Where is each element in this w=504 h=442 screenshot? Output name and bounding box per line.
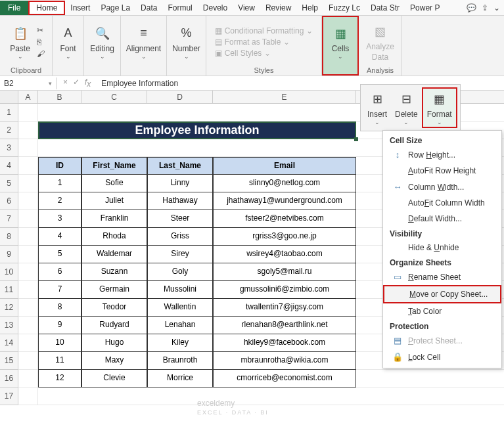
- menu-autofit-row[interactable]: AutoFit Row Height: [383, 163, 501, 179]
- table-cell[interactable]: 10: [38, 334, 81, 352]
- table-cell[interactable]: Juliet: [81, 192, 147, 210]
- table-cell[interactable]: Kiley: [147, 334, 213, 352]
- tab-formulas[interactable]: Formul: [162, 1, 197, 15]
- row-header[interactable]: 16: [0, 370, 18, 387]
- table-cell[interactable]: 4: [38, 228, 81, 246]
- row-header[interactable]: 4: [0, 157, 18, 175]
- menu-hide-unhide[interactable]: Hide & Unhide: [383, 240, 501, 255]
- chevron-down-icon[interactable]: ⌄: [493, 3, 500, 12]
- cell-styles-button[interactable]: ▣ Cell Styles ⌄: [215, 49, 313, 58]
- table-cell[interactable]: Waldemar: [81, 246, 147, 263]
- col-C[interactable]: C: [81, 91, 147, 103]
- menu-row-height[interactable]: ↕Row Height...: [383, 146, 501, 163]
- row-header[interactable]: 13: [0, 317, 18, 334]
- copy-icon[interactable]: ⎘: [37, 37, 45, 47]
- table-cell[interactable]: rgriss3@goo.ne.jp: [213, 228, 356, 246]
- table-cell[interactable]: 6: [38, 263, 81, 281]
- number-button[interactable]: %Number⌄: [170, 23, 203, 61]
- table-cell[interactable]: 3: [38, 210, 81, 228]
- insert-cells-button[interactable]: ⊞Insert⌄: [363, 87, 391, 128]
- tab-powerp[interactable]: Power P: [405, 1, 445, 15]
- table-cell[interactable]: fsteer2@netvibes.com: [213, 210, 356, 228]
- title-cell[interactable]: Employee Information: [38, 122, 356, 139]
- chevron-down-icon[interactable]: ▾: [49, 80, 52, 87]
- table-cell[interactable]: wsirey4@taobao.com: [213, 246, 356, 263]
- table-cell[interactable]: Linny: [147, 175, 213, 192]
- col-A[interactable]: A: [18, 91, 38, 103]
- row-header[interactable]: 3: [0, 139, 18, 157]
- paste-button[interactable]: 📋 Paste ⌄: [7, 23, 33, 61]
- table-cell[interactable]: Braunroth: [147, 352, 213, 370]
- menu-autofit-col[interactable]: AutoFit Column Width: [383, 195, 501, 211]
- table-cell[interactable]: Morrice: [147, 370, 213, 387]
- row-header[interactable]: 10: [0, 263, 18, 281]
- table-cell[interactable]: 1: [38, 175, 81, 192]
- fx-icon[interactable]: fx: [85, 77, 91, 89]
- row-header[interactable]: 12: [0, 299, 18, 317]
- table-cell[interactable]: rlenahan8@earthlink.net: [213, 317, 356, 334]
- table-cell[interactable]: cmorriceb@economist.com: [213, 370, 356, 387]
- table-header-cell[interactable]: First_Name: [81, 157, 147, 175]
- menu-lock-cell[interactable]: 🔒Lock Cell: [383, 349, 501, 365]
- format-as-table-button[interactable]: ▤ Format as Table ⌄: [215, 37, 313, 47]
- table-cell[interactable]: Franklin: [81, 210, 147, 228]
- row-header[interactable]: 11: [0, 281, 18, 299]
- table-cell[interactable]: Goly: [147, 263, 213, 281]
- table-header-cell[interactable]: ID: [38, 157, 81, 175]
- tab-developer[interactable]: Develo: [198, 1, 233, 15]
- table-cell[interactable]: Hathaway: [147, 192, 213, 210]
- tab-file[interactable]: File: [0, 1, 28, 15]
- row-header[interactable]: 17: [0, 387, 18, 405]
- row-header[interactable]: 2: [0, 122, 18, 139]
- table-cell[interactable]: Germain: [81, 281, 147, 299]
- enter-fx-icon[interactable]: ✓: [73, 77, 80, 89]
- table-cell[interactable]: Maxy: [81, 352, 147, 370]
- table-cell[interactable]: Clevie: [81, 370, 147, 387]
- menu-default-width[interactable]: Default Width...: [383, 211, 501, 227]
- select-all[interactable]: [0, 91, 18, 103]
- row-header[interactable]: 6: [0, 192, 18, 210]
- table-cell[interactable]: Suzann: [81, 263, 147, 281]
- table-cell[interactable]: Lenahan: [147, 317, 213, 334]
- col-E[interactable]: E: [213, 91, 356, 103]
- tab-data[interactable]: Data: [135, 1, 162, 15]
- table-cell[interactable]: Mussolini: [147, 281, 213, 299]
- table-cell[interactable]: 8: [38, 299, 81, 317]
- tab-datastr[interactable]: Data Str: [365, 1, 405, 15]
- row-header[interactable]: 7: [0, 210, 18, 228]
- table-cell[interactable]: jhathaway1@wunderground.com: [213, 192, 356, 210]
- table-cell[interactable]: 9: [38, 317, 81, 334]
- menu-tab-color[interactable]: Tab Color: [383, 303, 501, 319]
- table-cell[interactable]: slinny0@netlog.com: [213, 175, 356, 192]
- table-cell[interactable]: Wallentin: [147, 299, 213, 317]
- table-cell[interactable]: hkiley9@facebook.com: [213, 334, 356, 352]
- tab-review[interactable]: Review: [260, 1, 296, 15]
- row-header[interactable]: 5: [0, 175, 18, 192]
- editing-button[interactable]: 🔍Editing⌄: [87, 23, 117, 61]
- table-cell[interactable]: 5: [38, 246, 81, 263]
- table-cell[interactable]: mbraunrotha@wikia.com: [213, 352, 356, 370]
- name-box[interactable]: B2▾: [0, 77, 57, 89]
- table-cell[interactable]: 11: [38, 352, 81, 370]
- table-cell[interactable]: 12: [38, 370, 81, 387]
- table-cell[interactable]: sgoly5@mail.ru: [213, 263, 356, 281]
- table-cell[interactable]: Sirey: [147, 246, 213, 263]
- table-cell[interactable]: gmussolini6@zimbio.com: [213, 281, 356, 299]
- table-cell[interactable]: Teodor: [81, 299, 147, 317]
- table-cell[interactable]: Sofie: [81, 175, 147, 192]
- table-cell[interactable]: Hugo: [81, 334, 147, 352]
- table-cell[interactable]: 7: [38, 281, 81, 299]
- menu-rename-sheet[interactable]: ▭Rename Sheet: [383, 269, 501, 285]
- menu-column-width[interactable]: ↔Column Width...: [383, 179, 501, 195]
- tab-help[interactable]: Help: [296, 1, 323, 15]
- tab-insert[interactable]: Insert: [65, 1, 95, 15]
- table-cell[interactable]: Rudyard: [81, 317, 147, 334]
- format-painter-icon[interactable]: 🖌: [37, 49, 45, 58]
- table-cell[interactable]: Steer: [147, 210, 213, 228]
- menu-move-copy-sheet[interactable]: Move or Copy Sheet...: [383, 285, 501, 303]
- tab-pagelayout[interactable]: Page La: [95, 1, 135, 15]
- tab-home[interactable]: Home: [28, 1, 65, 15]
- row-header[interactable]: 8: [0, 228, 18, 246]
- conditional-formatting-button[interactable]: ▦ Conditional Formatting ⌄: [215, 26, 313, 35]
- row-header[interactable]: 15: [0, 352, 18, 370]
